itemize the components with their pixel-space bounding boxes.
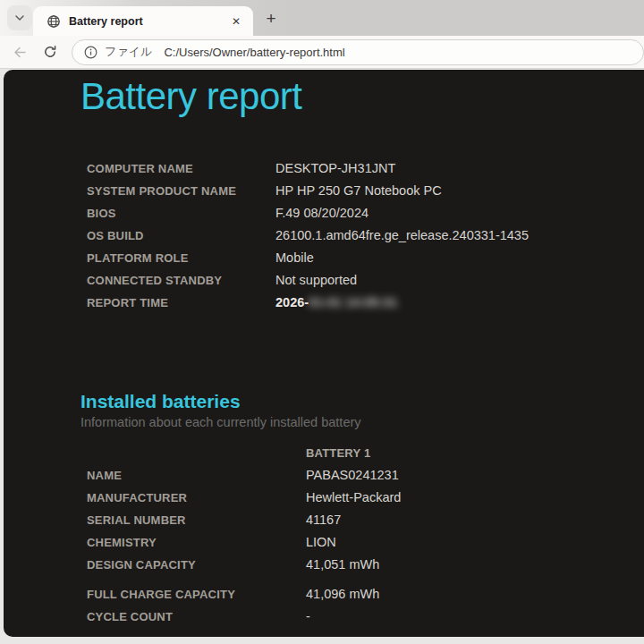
tab-strip: Battery report ✕ + (0, 0, 644, 36)
row-value: Not supported (275, 273, 357, 287)
row-label: PLATFORM ROLE (87, 251, 275, 265)
info-icon[interactable] (84, 46, 97, 59)
row-label: CHEMISTRY (87, 536, 306, 549)
page-title: Battery report (80, 73, 644, 121)
table-row: OS BUILD 26100.1.amd64fre.ge_release.240… (87, 225, 644, 247)
table-row: SYSTEM PRODUCT NAME HP HP 250 G7 Noteboo… (87, 180, 644, 202)
browser-tab-battery-report[interactable]: Battery report ✕ (33, 6, 253, 36)
row-value: HP HP 250 G7 Notebook PC (275, 183, 442, 198)
table-row-report-time: REPORT TIME 2026-01-01 14:05:31 (87, 292, 644, 314)
table-header-row: BATTERY 1 (87, 442, 644, 464)
row-value: LION (306, 535, 336, 549)
row-value: 41167 (306, 513, 341, 527)
refresh-icon (43, 45, 57, 59)
table-row: CONNECTED STANDBY Not supported (87, 269, 644, 292)
row-value: 41,051 mWh (306, 557, 379, 572)
installed-batteries-table: BATTERY 1 NAME PABAS0241231 MANUFACTURER… (87, 442, 644, 628)
chevron-down-icon (13, 12, 26, 24)
row-value: Hewlett-Packard (306, 490, 401, 504)
row-label: NAME (87, 469, 306, 482)
section-subtitle: Information about each currently install… (80, 415, 644, 429)
row-label: SERIAL NUMBER (87, 513, 306, 527)
row-value: 41,096 mWh (306, 587, 379, 601)
row-label: COMPUTER NAME (87, 162, 275, 175)
row-label: CYCLE COUNT (87, 610, 306, 623)
url-scheme-label: ファイル (105, 44, 152, 60)
table-row: PLATFORM ROLE Mobile (87, 247, 644, 269)
table-row: DESIGN CAPACITY 41,051 mWh (87, 554, 644, 576)
url-text[interactable]: C:/Users/Owner/battery-report.html (164, 46, 344, 59)
battery-column-header: BATTERY 1 (306, 446, 370, 460)
table-row: CYCLE COUNT - (87, 606, 644, 628)
row-value: DESKTOP-JH31JNT (275, 161, 395, 175)
back-arrow-icon (13, 45, 28, 60)
row-value: Mobile (275, 250, 314, 265)
section-heading-installed-batteries: Installed batteries (80, 391, 644, 412)
address-bar[interactable]: ファイル C:/Users/Owner/battery-report.html (72, 39, 644, 65)
row-label: FULL CHARGE CAPACITY (87, 588, 306, 601)
row-value: 26100.1.amd64fre.ge_release.240331-1435 (275, 228, 529, 242)
row-label: DESIGN CAPACITY (87, 558, 306, 572)
table-row: FULL CHARGE CAPACITY 41,096 mWh (87, 583, 644, 606)
row-label: OS BUILD (87, 229, 275, 242)
row-value: F.49 08/20/2024 (275, 206, 369, 220)
row-value: - (306, 609, 310, 623)
report-time-value: 2026-01-01 14:05:31 (275, 295, 397, 309)
tab-close-icon[interactable]: ✕ (228, 13, 244, 30)
table-row: COMPUTER NAME DESKTOP-JH31JNT (87, 157, 644, 180)
globe-icon (47, 14, 61, 29)
new-tab-button[interactable]: + (259, 7, 283, 30)
row-label: MANUFACTURER (87, 491, 306, 504)
row-value: PABAS0241231 (306, 468, 399, 482)
row-label: CONNECTED STANDBY (87, 274, 275, 287)
system-info-table: COMPUTER NAME DESKTOP-JH31JNT SYSTEM PRO… (87, 157, 644, 314)
table-row: CHEMISTRY LION (87, 531, 644, 554)
table-row: MANUFACTURER Hewlett-Packard (87, 487, 644, 509)
table-row: BIOS F.49 08/20/2024 (87, 202, 644, 225)
tab-title: Battery report (69, 15, 228, 28)
redacted-report-time: 01-01 14:05:31 (309, 295, 397, 309)
back-button[interactable] (8, 39, 33, 64)
browser-toolbar: ファイル C:/Users/Owner/battery-report.html (0, 36, 644, 69)
table-row: SERIAL NUMBER 41167 (87, 509, 644, 531)
row-label: BIOS (87, 207, 275, 220)
tab-search-button[interactable] (7, 5, 32, 30)
row-label: SYSTEM PRODUCT NAME (87, 184, 275, 198)
page-content: Battery report COMPUTER NAME DESKTOP-JH3… (4, 70, 644, 637)
refresh-button[interactable] (38, 39, 64, 64)
row-label: REPORT TIME (87, 296, 275, 309)
table-row: NAME PABAS0241231 (87, 464, 644, 487)
